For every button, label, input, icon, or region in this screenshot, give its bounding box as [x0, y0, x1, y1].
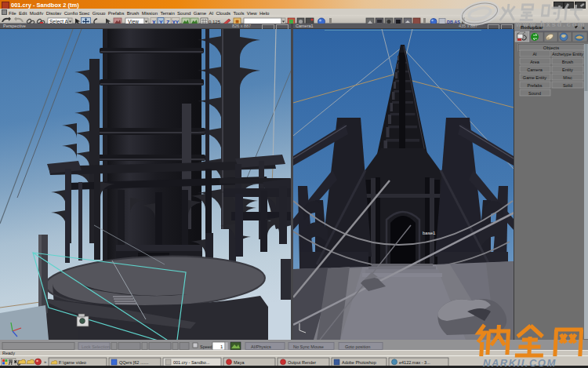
svg-text:NARKII.COM: NARKII.COM: [483, 357, 557, 368]
svg-text:AI/Physics: AI/Physics: [251, 344, 271, 349]
svg-text:F:\game video: F:\game video: [59, 360, 86, 365]
svg-text:001.cry - Sandbo...: 001.cry - Sandbo...: [173, 360, 210, 365]
svg-text:AI: AI: [532, 52, 537, 56]
svg-text:Game Entity: Game Entity: [523, 75, 547, 80]
svg-text:Misc: Misc: [563, 75, 572, 80]
svg-text:Archetype Entity: Archetype Entity: [552, 52, 583, 56]
svg-text:Speed: Speed: [200, 344, 212, 349]
svg-text:e4122.max - 3...: e4122.max - 3...: [399, 360, 430, 365]
svg-text:Sound: Sound: [528, 91, 541, 96]
svg-text:Output Render: Output Render: [288, 360, 316, 365]
svg-text:Lock Selection: Lock Selection: [82, 344, 110, 349]
svg-text:www.hxsd.com: www.hxsd.com: [515, 20, 586, 28]
svg-text:Entity: Entity: [562, 67, 573, 72]
svg-text:Solid: Solid: [563, 83, 572, 88]
svg-text:Brush: Brush: [562, 60, 573, 64]
svg-text:No Sync Mouse: No Sync Mouse: [293, 344, 324, 349]
svg-text:Adobe Photoshop: Adobe Photoshop: [342, 360, 376, 365]
svg-text:Maya: Maya: [234, 360, 245, 365]
svg-text:QQers [62 .......: QQers [62 .......: [119, 360, 149, 365]
svg-text:Goto position: Goto position: [345, 344, 370, 349]
svg-text:Objects: Objects: [543, 46, 559, 50]
svg-text:»: »: [44, 359, 47, 364]
svg-text:base1: base1: [423, 231, 436, 235]
svg-text:Area: Area: [530, 60, 540, 64]
svg-text:Prefabs: Prefabs: [528, 83, 543, 88]
svg-text:Camera: Camera: [527, 67, 543, 72]
